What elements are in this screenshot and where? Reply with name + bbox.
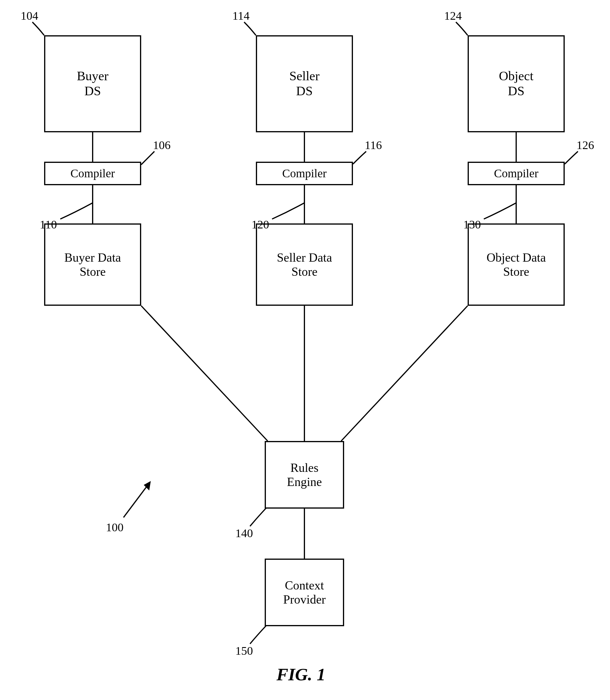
label-seller-store: Seller Data Store	[277, 250, 332, 279]
label-object-compiler: Compiler	[494, 167, 538, 180]
edge-object-compiler-store	[516, 185, 517, 224]
edge-buyer-ds-compiler	[92, 132, 93, 162]
diagram-stage: Buyer DS Compiler Buyer Data Store Selle…	[0, 0, 610, 700]
ref-116: 116	[365, 138, 382, 152]
box-buyer-ds: Buyer DS	[44, 35, 141, 132]
edge-rules-context	[304, 509, 305, 558]
label-buyer-compiler: Compiler	[70, 167, 115, 180]
box-context-provider: Context Provider	[265, 558, 344, 626]
svg-line-2	[124, 482, 150, 518]
box-seller-compiler: Compiler	[256, 162, 353, 185]
edge-seller-ds-compiler	[304, 132, 305, 162]
ref-150: 150	[235, 644, 253, 658]
edge-object-ds-compiler	[516, 132, 517, 162]
ref-110: 110	[40, 217, 57, 231]
box-seller-ds: Seller DS	[256, 35, 353, 132]
ref-106: 106	[153, 138, 171, 152]
box-object-ds: Object DS	[468, 35, 565, 132]
svg-line-0	[141, 306, 268, 441]
ref-140: 140	[235, 526, 253, 540]
figure-caption: FIG. 1	[276, 664, 325, 685]
ref-104: 104	[20, 9, 38, 23]
edge-seller-compiler-store	[304, 185, 305, 224]
label-object-store: Object Data Store	[486, 250, 546, 279]
box-seller-store: Seller Data Store	[256, 224, 353, 306]
label-buyer-store: Buyer Data Store	[64, 250, 121, 279]
edge-buyer-compiler-store	[92, 185, 93, 224]
edge-seller-store-rules	[304, 306, 305, 441]
label-context-provider: Context Provider	[283, 578, 326, 607]
label-object-ds: Object DS	[499, 69, 533, 98]
box-buyer-compiler: Compiler	[44, 162, 141, 185]
label-seller-ds: Seller DS	[289, 69, 320, 98]
label-rules-engine: Rules Engine	[287, 461, 322, 489]
box-buyer-store: Buyer Data Store	[44, 224, 141, 306]
svg-line-1	[341, 306, 468, 441]
ref-114: 114	[232, 9, 250, 23]
label-seller-compiler: Compiler	[282, 167, 326, 180]
ref-120: 120	[252, 217, 269, 231]
ref-126: 126	[577, 138, 594, 152]
box-object-compiler: Compiler	[468, 162, 565, 185]
ref-124: 124	[444, 9, 462, 23]
label-buyer-ds: Buyer DS	[77, 69, 109, 98]
ref-130: 130	[463, 217, 481, 231]
box-rules-engine: Rules Engine	[265, 441, 344, 509]
ref-100: 100	[106, 520, 124, 534]
box-object-store: Object Data Store	[468, 224, 565, 306]
